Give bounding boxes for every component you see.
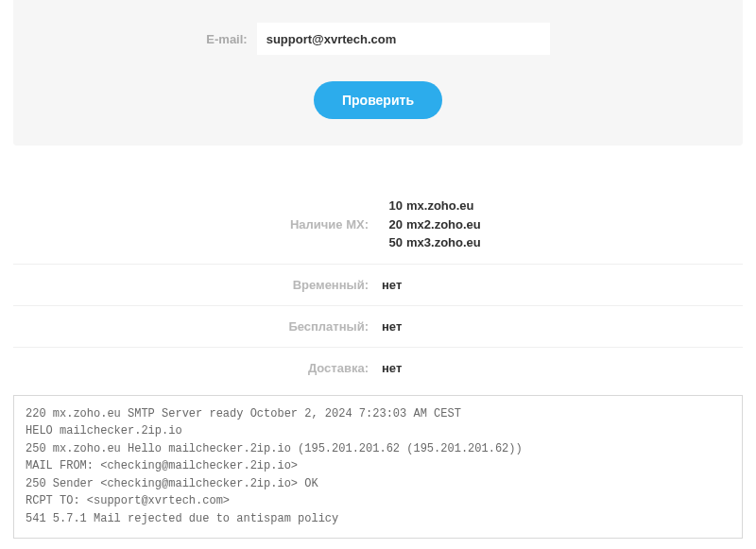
delivery-label: Доставка: [13,361,378,375]
result-row-temporary: Временный: нет [13,265,743,306]
mx-record: 20mx2.zoho.eu [382,215,743,234]
mx-record: 50mx3.zoho.eu [382,233,743,252]
email-label: E-mail: [206,32,247,46]
delivery-value: нет [378,361,743,375]
mx-label: Наличие MX: [13,217,378,232]
email-form-row: E-mail: [32,23,724,55]
result-row-free: Бесплатный: нет [13,306,743,348]
email-input[interactable] [257,23,550,55]
free-value: нет [378,319,743,334]
mx-record: 10mx.zoho.eu [382,197,743,215]
result-row-mx: Наличие MX: 10mx.zoho.eu 20mx2.zoho.eu 5… [13,185,743,265]
check-button[interactable]: Проверить [314,81,442,119]
check-form-panel: E-mail: Проверить [13,0,743,146]
results-section: Наличие MX: 10mx.zoho.eu 20mx2.zoho.eu 5… [13,185,743,389]
mx-value: 10mx.zoho.eu 20mx2.zoho.eu 50mx3.zoho.eu [378,197,743,252]
smtp-log: 220 mx.zoho.eu SMTP Server ready October… [13,395,743,539]
result-row-delivery: Доставка: нет [13,348,743,389]
submit-row: Проверить [32,81,724,119]
temporary-label: Временный: [13,278,378,292]
temporary-value: нет [378,278,743,292]
free-label: Бесплатный: [13,319,378,334]
